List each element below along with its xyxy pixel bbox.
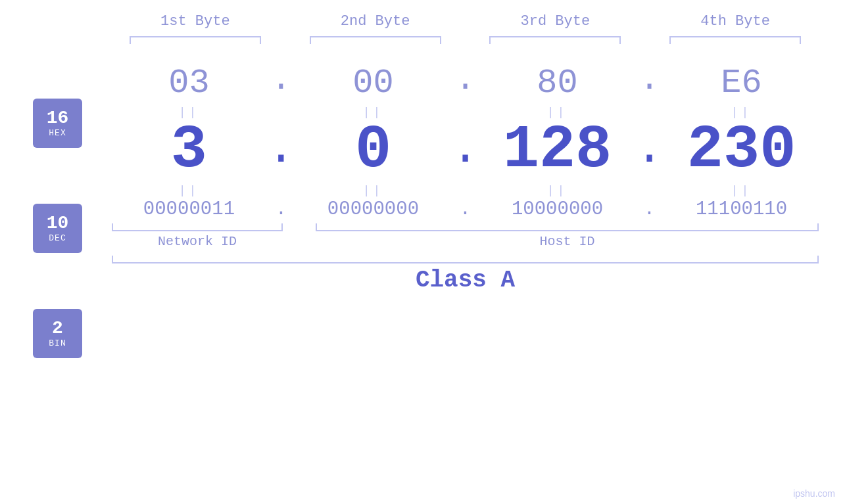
bin-badge: 2 BIN: [33, 309, 82, 358]
dec-dot-2: .: [450, 126, 480, 176]
hex-value-4: E6: [664, 64, 819, 103]
bin-value-2: 00000000: [296, 198, 450, 220]
hex-badge: 16 HEX: [33, 99, 82, 148]
badges-column: 16 HEX 10 DEC 2 BIN: [33, 99, 82, 414]
bin-dot-3: .: [635, 198, 664, 220]
hex-value-3: 80: [480, 64, 635, 103]
top-bracket-4: [669, 36, 801, 44]
dec-dot-1: .: [266, 126, 296, 176]
hex-badge-number: 16: [47, 108, 69, 129]
main-container: 16 HEX 10 DEC 2 BIN 1st Byte 2nd Byte 3r…: [0, 0, 845, 504]
bin-badge-label: BIN: [49, 338, 66, 348]
top-bracket-2: [310, 36, 441, 44]
watermark: ipshu.com: [793, 488, 835, 499]
byte-header-3: 3rd Byte: [466, 13, 646, 30]
bin-dot-2: .: [450, 198, 480, 220]
class-bracket-container: [105, 256, 825, 263]
columns-area: 1st Byte 2nd Byte 3rd Byte 4th Byte 03 .…: [105, 0, 825, 294]
bin-badge-number: 2: [52, 319, 63, 339]
dec-badge: 10 DEC: [33, 204, 82, 253]
hex-dot-2: .: [450, 60, 480, 99]
bin-value-4: 11100110: [664, 198, 819, 220]
hex-badge-label: HEX: [49, 128, 66, 138]
dec-value-4: 230: [664, 120, 819, 181]
byte-header-1: 1st Byte: [105, 13, 285, 30]
top-bracket-1: [130, 36, 261, 44]
host-id-bracket: [316, 223, 819, 231]
hex-dot-3: .: [635, 60, 664, 99]
hex-value-2: 00: [296, 64, 450, 103]
byte-header-2: 2nd Byte: [285, 13, 466, 30]
hex-dot-1: .: [266, 60, 296, 99]
bin-dot-1: .: [266, 198, 296, 220]
network-host-labels: Network ID Host ID: [105, 234, 825, 249]
dec-badge-label: DEC: [49, 233, 66, 243]
class-label-container: Class A: [105, 267, 825, 294]
equals-2-3: ||: [480, 184, 635, 197]
network-host-brackets: [105, 223, 825, 231]
hex-value-1: 03: [112, 64, 266, 103]
bin-value-1: 00000011: [112, 198, 266, 220]
top-brackets: [105, 36, 825, 44]
bin-value-3: 10000000: [480, 198, 635, 220]
dec-value-3: 128: [480, 120, 635, 181]
host-id-label: Host ID: [316, 234, 819, 249]
equals-2-4: ||: [664, 184, 819, 197]
byte-header-4: 4th Byte: [645, 13, 825, 30]
network-id-bracket: [112, 223, 283, 231]
top-bracket-3: [489, 36, 621, 44]
class-label: Class A: [416, 267, 515, 294]
dec-value-1: 3: [112, 120, 266, 181]
equals-2-2: ||: [296, 184, 450, 197]
dec-badge-number: 10: [47, 214, 69, 234]
equals-2-1: ||: [112, 184, 266, 197]
network-id-label: Network ID: [112, 234, 283, 249]
byte-headers-row: 1st Byte 2nd Byte 3rd Byte 4th Byte: [105, 0, 825, 36]
dec-dot-3: .: [635, 126, 664, 176]
dec-value-2: 0: [296, 120, 450, 181]
class-bracket: [112, 256, 819, 263]
